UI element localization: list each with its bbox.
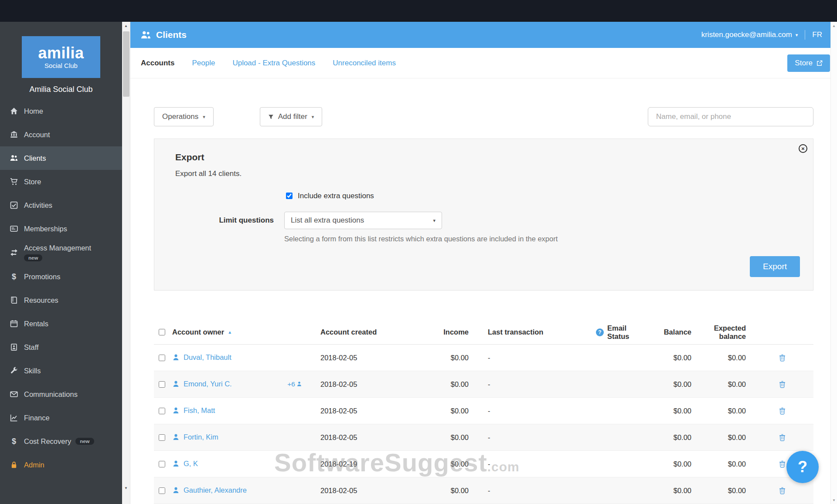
income-cell: $0.00 [433, 407, 472, 415]
expected-balance-cell: $0.00 [697, 407, 751, 415]
table-row: Duval, Thibault2018-02-05$0.00-$0.00$0.0… [154, 345, 813, 371]
app: amilia Social Club Amilia Social Club Ho… [0, 22, 837, 504]
column-balance: Balance [651, 328, 697, 336]
sidebar-item-account[interactable]: Account [0, 123, 122, 146]
page-scrollbar[interactable]: ▲ ▼ [830, 22, 837, 504]
income-cell: $0.00 [433, 487, 472, 495]
balance-cell: $0.00 [651, 460, 697, 468]
account-created-cell: 2018-02-05 [315, 354, 433, 362]
income-cell: $0.00 [433, 380, 472, 389]
include-extra-label[interactable]: Include extra questions [298, 192, 374, 200]
new-badge: new [24, 254, 42, 261]
tab-upload-extra-questions[interactable]: Upload - Extra Questions [232, 59, 315, 68]
column-email-status: ? Email Status [590, 324, 651, 341]
scroll-up-arrow[interactable]: ▲ [831, 22, 837, 30]
sidebar-item-home[interactable]: Home [0, 99, 122, 123]
operations-dropdown[interactable]: Operations ▾ [154, 107, 214, 126]
chevron-down-icon: ▾ [796, 32, 798, 38]
person-icon [296, 381, 302, 387]
row-checkbox[interactable] [159, 408, 165, 414]
scroll-down-arrow[interactable]: ▼ [831, 496, 837, 504]
envelope-icon [10, 390, 18, 398]
row-checkbox[interactable] [159, 355, 165, 361]
calendar-icon [10, 320, 18, 328]
sidebar-menu: HomeAccountClientsStoreActivitiesMembers… [0, 99, 122, 477]
extra-members[interactable]: +6 [287, 380, 302, 388]
account-created-cell: 2018-02-19 [315, 460, 433, 468]
new-badge: new [75, 438, 94, 445]
sidebar-item-resources[interactable]: Resources [0, 288, 122, 312]
sidebar-item-staff[interactable]: Staff [0, 335, 122, 359]
table-row: Fortin, Kim2018-02-05$0.00-$0.00$0.00 [154, 424, 813, 451]
sidebar-item-label: Access Management [24, 244, 91, 252]
account-owner-link[interactable]: G, K [184, 460, 198, 468]
exchange-icon [10, 249, 18, 257]
limit-questions-helper: Selecting a form from this list restrict… [284, 235, 800, 243]
sidebar-item-label: Clients [24, 154, 46, 162]
tab-accounts[interactable]: Accounts [141, 59, 174, 68]
sidebar-item-cost-recovery[interactable]: $Cost Recoverynew [0, 430, 122, 453]
column-account-owner[interactable]: Account owner ▲ [170, 328, 315, 336]
account-owner-link[interactable]: Fish, Matt [184, 406, 215, 415]
last-transaction-cell: - [472, 380, 590, 389]
scrollbar-thumb[interactable] [123, 31, 129, 97]
store-button[interactable]: Store [787, 54, 830, 72]
sidebar-item-skills[interactable]: Skills [0, 359, 122, 382]
row-checkbox[interactable] [159, 487, 165, 494]
tab-people[interactable]: People [192, 59, 215, 68]
sidebar-item-store[interactable]: Store [0, 170, 122, 193]
sidebar-item-finance[interactable]: Finance [0, 406, 122, 430]
sidebar-item-activities[interactable]: Activities [0, 193, 122, 217]
sidebar-item-label: Store [24, 178, 41, 186]
expected-balance-cell: $0.00 [697, 433, 751, 442]
search-input[interactable] [648, 107, 813, 126]
sidebar-item-rentals[interactable]: Rentals [0, 312, 122, 335]
scroll-up-arrow[interactable]: ▲ [122, 22, 130, 30]
trash-icon[interactable] [777, 432, 788, 443]
sidebar-item-clients[interactable]: Clients [0, 146, 122, 170]
export-title: Export [175, 152, 800, 162]
add-filter-dropdown[interactable]: Add filter ▾ [260, 107, 323, 126]
help-icon[interactable]: ? [596, 328, 604, 336]
include-extra-checkbox[interactable] [286, 193, 293, 199]
sidebar-item-access-management[interactable]: Access Managementnew [0, 240, 122, 265]
amilia-logo: amilia Social Club [22, 36, 100, 78]
account-owner-link[interactable]: Gauthier, Alexandre [184, 486, 247, 495]
sidebar-item-label: Promotions [24, 273, 60, 281]
close-icon[interactable]: ✕ [799, 144, 807, 153]
help-button[interactable]: ? [786, 451, 819, 483]
account-created-cell: 2018-02-05 [315, 487, 433, 495]
person-icon [172, 487, 180, 494]
account-owner-link[interactable]: Emond, Yuri C. [184, 380, 232, 389]
sidebar-scrollbar[interactable]: ▲ ▼ [122, 22, 130, 504]
account-owner-link[interactable]: Duval, Thibault [184, 353, 231, 362]
user-menu[interactable]: kristen.goecke@amilia.com ▾ [701, 30, 798, 39]
trash-icon[interactable] [777, 485, 788, 496]
sidebar-item-label: Activities [24, 201, 52, 210]
tab-unreconciled-items[interactable]: Unreconciled items [333, 59, 396, 68]
sidebar-item-communications[interactable]: Communications [0, 382, 122, 406]
sidebar-item-promotions[interactable]: $Promotions [0, 265, 122, 288]
table-header: Account owner ▲ Account created Income L… [154, 320, 813, 345]
export-button[interactable]: Export [750, 256, 800, 277]
trash-icon[interactable] [777, 406, 788, 416]
account-created-cell: 2018-02-05 [315, 433, 433, 442]
trash-icon[interactable] [777, 352, 788, 363]
select-all-checkbox[interactable] [159, 329, 165, 335]
sidebar-item-label: Memberships [24, 225, 67, 233]
clients-icon [141, 30, 151, 40]
sidebar-item-label: Staff [24, 343, 39, 352]
limit-questions-select[interactable]: List all extra questions ▾ [284, 212, 442, 229]
check-square-icon [10, 201, 18, 209]
sidebar-item-memberships[interactable]: Memberships [0, 217, 122, 240]
row-checkbox[interactable] [159, 461, 165, 467]
row-checkbox[interactable] [159, 434, 165, 441]
account-owner-link[interactable]: Fortin, Kim [184, 433, 218, 442]
person-icon [172, 380, 180, 388]
row-checkbox[interactable] [159, 381, 165, 388]
operations-label: Operations [162, 112, 198, 121]
scroll-down-arrow[interactable]: ▼ [122, 484, 130, 492]
trash-icon[interactable] [777, 379, 788, 390]
sidebar-item-admin[interactable]: Admin [0, 453, 122, 477]
language-toggle[interactable]: FR [812, 30, 822, 39]
